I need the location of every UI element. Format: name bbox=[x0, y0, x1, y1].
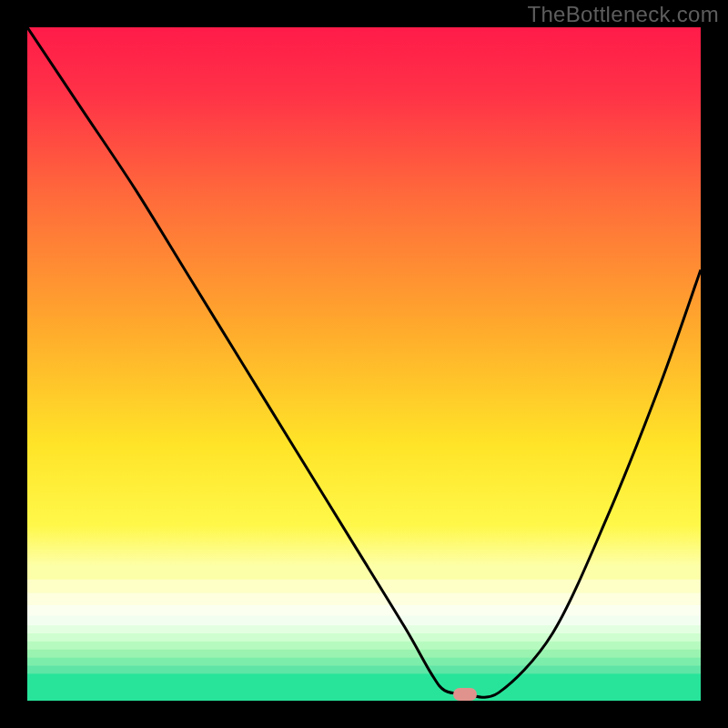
svg-rect-11 bbox=[27, 673, 701, 701]
svg-rect-2 bbox=[27, 593, 701, 606]
svg-rect-3 bbox=[27, 605, 701, 617]
chart-plot-area bbox=[27, 27, 701, 701]
svg-rect-1 bbox=[27, 580, 701, 594]
svg-rect-10 bbox=[27, 666, 701, 675]
chart-bottom-bands bbox=[27, 566, 701, 701]
svg-rect-0 bbox=[27, 566, 701, 581]
svg-rect-6 bbox=[27, 633, 701, 642]
optimum-marker bbox=[453, 688, 477, 701]
svg-rect-9 bbox=[27, 658, 701, 667]
chart-svg bbox=[27, 27, 701, 701]
watermark-label: TheBottleneck.com bbox=[527, 2, 719, 27]
svg-rect-5 bbox=[27, 625, 701, 634]
svg-rect-4 bbox=[27, 616, 701, 626]
svg-rect-8 bbox=[27, 650, 701, 659]
chart-frame: TheBottleneck.com bbox=[0, 0, 728, 728]
svg-rect-7 bbox=[27, 642, 701, 651]
